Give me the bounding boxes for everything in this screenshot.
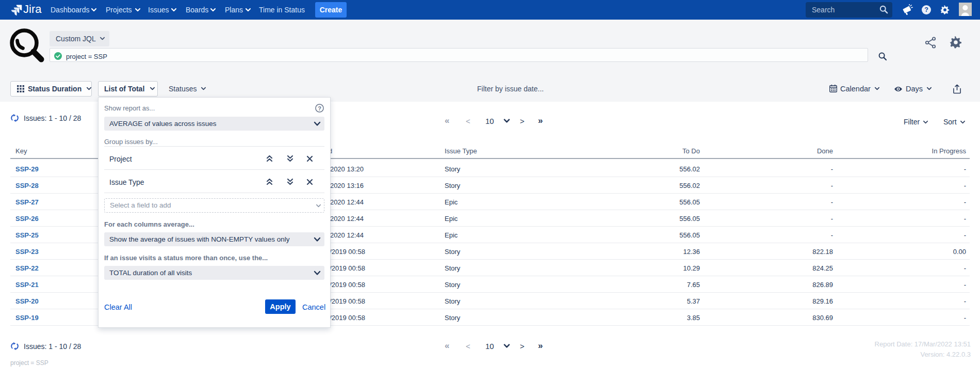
svg-text:?: ? xyxy=(318,105,321,112)
